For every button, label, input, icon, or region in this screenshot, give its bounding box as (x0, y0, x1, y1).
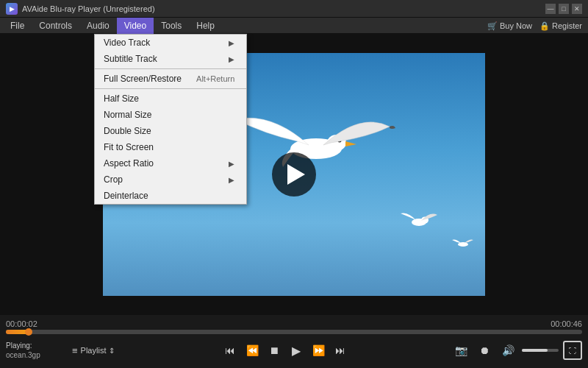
dropdown-item-crop[interactable]: Crop ▶ (95, 171, 246, 188)
dropdown-item-deinterlace[interactable]: Deinterlace (95, 188, 246, 204)
video-area (0, 34, 588, 315)
submenu-arrow: ▶ (229, 39, 234, 47)
video-container (0, 34, 588, 315)
svg-point-7 (458, 242, 468, 247)
fullscreen-button[interactable]: ⛶ (563, 341, 582, 360)
time-row: 00:00:02 00:00:46 (6, 318, 582, 330)
progress-thumb (25, 328, 32, 336)
current-time: 00:00:02 (6, 319, 37, 328)
minimize-button[interactable]: — (545, 4, 556, 14)
fast-forward-button[interactable]: ⏩ (308, 340, 329, 361)
total-time: 00:00:46 (551, 319, 582, 328)
playing-label: Playing: ocean.3gp (6, 341, 65, 360)
stop-button[interactable]: ⏹ (264, 340, 284, 361)
dropdown-item-normal-size[interactable]: Normal Size (95, 107, 246, 123)
progress-area: 00:00:02 00:00:46 (0, 315, 588, 334)
register-button[interactable]: 🔒 Register (539, 21, 582, 31)
volume-button[interactable]: 🔊 (498, 341, 517, 360)
volume-slider[interactable] (522, 349, 559, 352)
progress-bar[interactable] (6, 330, 582, 334)
dropdown-item-fit-screen[interactable]: Fit to Screen (95, 139, 246, 155)
rewind-button[interactable]: ⏪ (242, 340, 262, 361)
skip-back-button[interactable]: ⏮ (220, 340, 240, 361)
play-icon (287, 164, 305, 185)
title-bar: ▶ AVAide Blu-ray Player (Unregistered) —… (0, 0, 588, 18)
right-controls: 📷 ⏺ 🔊 ⛶ (451, 341, 582, 360)
fullscreen-icon: ⛶ (569, 347, 576, 355)
submenu-arrow: ▶ (229, 55, 234, 63)
header-right: 🛒 Buy Now 🔒 Register (487, 18, 582, 34)
filename-text: ocean.3gp (6, 350, 65, 360)
dropdown-item-half-size[interactable]: Half Size (95, 91, 246, 107)
dropdown-item-aspect-ratio[interactable]: Aspect Ratio ▶ (95, 155, 246, 171)
dropdown-item-fullscreen[interactable]: Full Screen/Restore Alt+Return (95, 71, 246, 87)
menu-bar: File Controls Audio Video Tools Help 🛒 B… (0, 18, 588, 34)
window-controls: — □ ✕ (545, 4, 582, 14)
dropdown-item-video-track[interactable]: Video Track ▶ (95, 35, 246, 51)
playlist-lines-icon: ≡ (72, 345, 78, 356)
menu-item-audio[interactable]: Audio (79, 18, 117, 34)
menu-item-help[interactable]: Help (189, 18, 222, 34)
menu-item-video[interactable]: Video (117, 18, 154, 34)
dropdown-item-subtitle-track[interactable]: Subtitle Track ▶ (95, 51, 246, 67)
controls-bar: Playing: ocean.3gp ≡ Playlist ⇕ ⏮ ⏪ ⏹ ▶ … (0, 334, 588, 367)
playing-text: Playing: (6, 341, 65, 350)
screenshot-button[interactable]: 📷 (451, 341, 470, 360)
buy-now-button[interactable]: 🛒 Buy Now (487, 21, 532, 31)
title-text: AVAide Blu-ray Player (Unregistered) (22, 4, 155, 13)
playlist-arrow-icon: ⇕ (109, 347, 115, 355)
volume-fill (522, 349, 548, 352)
video-dropdown-menu: Video Track ▶ Subtitle Track ▶ Full Scre… (94, 34, 247, 205)
play-button[interactable] (272, 152, 316, 197)
skip-forward-button[interactable]: ⏭ (330, 340, 351, 361)
menu-item-controls[interactable]: Controls (32, 18, 79, 34)
title-bar-left: ▶ AVAide Blu-ray Player (Unregistered) (6, 3, 155, 15)
close-button[interactable]: ✕ (572, 4, 582, 14)
restore-button[interactable]: □ (559, 4, 569, 14)
dropdown-item-double-size[interactable]: Double Size (95, 123, 246, 139)
dropdown-separator-2 (95, 88, 246, 89)
menu-item-tools[interactable]: Tools (154, 18, 189, 34)
submenu-arrow: ▶ (229, 176, 234, 184)
play-pause-button[interactable]: ▶ (286, 340, 306, 361)
menu-item-file[interactable]: File (3, 18, 32, 34)
playlist-button[interactable]: ≡ Playlist ⇕ (68, 343, 119, 358)
lock-icon: 🔒 (539, 21, 550, 31)
submenu-arrow: ▶ (229, 160, 234, 168)
dropdown-separator-1 (95, 68, 246, 69)
transport-controls: ⏮ ⏪ ⏹ ▶ ⏩ ⏭ (220, 340, 351, 361)
cart-icon: 🛒 (487, 21, 498, 31)
app-icon: ▶ (6, 3, 18, 15)
record-button[interactable]: ⏺ (475, 341, 494, 360)
